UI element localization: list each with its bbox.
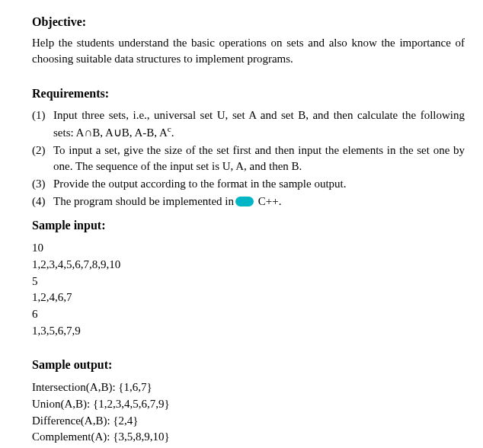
requirement-number: (3) <box>32 176 53 192</box>
io-line: 10 <box>32 240 465 257</box>
requirement-item: (1) Input three sets, i.e., universal se… <box>32 107 465 141</box>
text-fragment: C++. <box>255 195 281 207</box>
sample-output-heading: Sample output: <box>32 357 465 373</box>
requirements-list: (1) Input three sets, i.e., universal se… <box>32 107 465 210</box>
io-line: Union(A,B): {1,2,3,4,5,6,7,9} <box>32 396 465 413</box>
requirements-heading: Requirements: <box>32 85 465 102</box>
requirement-text: The program should be implemented in C++… <box>53 194 465 210</box>
text-fragment: B, A <box>92 126 114 139</box>
requirement-text: Input three sets, i.e., universal set U,… <box>53 107 465 141</box>
requirement-number: (1) <box>32 107 53 141</box>
union-icon: ∪ <box>114 126 122 139</box>
requirement-item: (3) Provide the output according to the … <box>32 176 465 192</box>
text-fragment: . <box>171 126 174 139</box>
intersection-icon: ∩ <box>84 126 92 139</box>
text-fragment: The program should be implemented in <box>53 195 234 207</box>
io-line: Difference(A,B): {2,4} <box>32 413 465 430</box>
requirement-text: Provide the output according to the form… <box>53 176 465 192</box>
sample-output-block: Intersection(A,B): {1,6,7} Union(A,B): {… <box>32 379 465 446</box>
objective-heading: Objective: <box>32 14 465 30</box>
requirement-number: (4) <box>32 194 53 210</box>
io-line: Complement(A): {3,5,8,9,10} <box>32 429 465 446</box>
sample-input-block: 10 1,2,3,4,5,6,7,8,9,10 5 1,2,4,6,7 6 1,… <box>32 240 465 340</box>
io-line: 5 <box>32 274 465 290</box>
requirement-text: To input a set, give the size of the set… <box>53 142 465 174</box>
sample-input-heading: Sample input: <box>32 217 465 234</box>
requirement-item: (2) To input a set, give the size of the… <box>32 142 465 174</box>
io-line: 1,2,3,4,5,6,7,8,9,10 <box>32 257 465 274</box>
requirement-number: (2) <box>32 142 53 174</box>
io-line: 1,3,5,6,7,9 <box>32 323 465 340</box>
requirement-item: (4) The program should be implemented in… <box>32 194 465 210</box>
io-line: 6 <box>32 306 465 323</box>
objective-body: Help the students understand the basic o… <box>32 35 465 67</box>
io-line: Intersection(A,B): {1,6,7} <box>32 379 465 396</box>
text-fragment: B, A-B, A <box>122 126 168 139</box>
redaction-highlight <box>235 197 254 206</box>
io-line: 1,2,4,6,7 <box>32 290 465 306</box>
document-page: Objective: Help the students understand … <box>0 0 483 448</box>
